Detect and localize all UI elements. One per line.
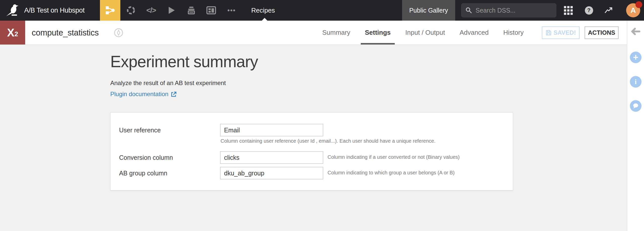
saved-button[interactable]: SAVED! [542,26,580,39]
lab-icon[interactable] [125,0,136,21]
breadcrumb[interactable]: Recipes [251,0,275,21]
recipe-type-icon: X2 [0,21,25,45]
conversion-column-input[interactable] [220,151,323,164]
navigate-flow-icon[interactable] [114,28,123,37]
chat-bubble-icon [632,103,639,109]
play-icon[interactable] [166,0,177,21]
project-title[interactable]: A/B Test on Hubspot [24,0,85,21]
ab-group-column-help: Column indicating to which group a user … [328,170,455,176]
recipe-header: X2 compute_statistics Summary Settings I… [0,21,627,45]
notification-dot [635,1,642,8]
public-gallery-button[interactable]: Public Gallery [402,0,455,21]
top-navigation-bar: A/B Test on Hubspot </> [0,0,644,21]
plugin-documentation-link[interactable]: Plugin documentation [110,91,176,98]
search-icon [466,7,472,14]
dss-recipe-settings-page: A/B Test on Hubspot </> [0,0,644,231]
page-subtitle: Analyze the result of an AB test experim… [110,80,226,87]
comments-button[interactable] [630,100,641,112]
recipe-tabs: Summary Settings Input / Output Advanced… [322,21,524,45]
search-input[interactable] [476,7,549,14]
dashboard-icon[interactable] [205,0,217,21]
breadcrumb-active-indicator [262,18,267,21]
tab-summary[interactable]: Summary [322,21,350,45]
user-reference-input[interactable] [220,124,323,136]
recipe-title: compute_statistics [32,21,99,45]
external-link-icon [171,91,176,97]
tab-settings[interactable]: Settings [365,21,391,45]
flow-icon [105,6,115,15]
apps-grid-icon[interactable] [562,0,574,21]
ab-group-column-input[interactable] [220,167,323,179]
page-title: Experiment summary [110,52,258,71]
tab-history[interactable]: History [503,21,524,45]
help-icon[interactable]: ? [583,0,595,21]
right-sidebar: + i [627,21,644,231]
user-reference-label: User reference [119,124,161,136]
stack-icon[interactable] [186,0,197,21]
experiment-settings-panel: User reference Column containing user re… [110,112,513,190]
tab-input-output[interactable]: Input / Output [405,21,445,45]
ab-group-column-label: AB group column [119,167,167,179]
collapse-panel-arrow-icon[interactable] [631,28,640,35]
save-icon [546,30,552,36]
info-button[interactable]: i [630,76,641,88]
actions-button[interactable]: ACTIONS [585,26,619,39]
user-reference-help: Column containing user reference (user I… [221,138,436,144]
dataiku-bird-logo[interactable] [4,3,20,18]
code-icon[interactable]: </> [145,0,157,21]
flow-nav-tile-active[interactable] [100,0,120,21]
main-content: Experiment summary Analyze the result of… [0,45,627,231]
tab-advanced[interactable]: Advanced [459,21,489,45]
conversion-column-help: Column indicating if a user converted or… [328,154,460,160]
search-box[interactable] [461,3,556,17]
more-icon[interactable]: ••• [226,0,238,21]
conversion-column-label: Conversion column [119,151,173,164]
trend-icon[interactable] [603,0,615,21]
add-button[interactable]: + [630,52,641,63]
